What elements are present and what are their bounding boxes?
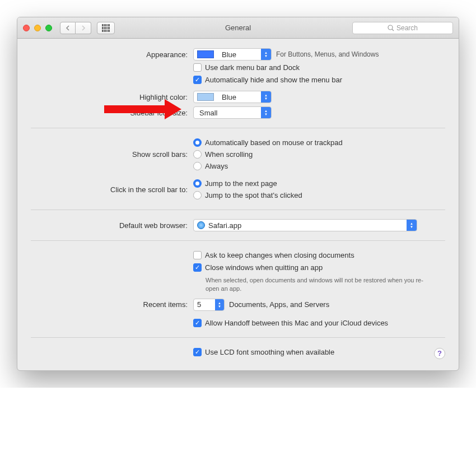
auto-hide-menu-label: Automatically hide and show the menu bar bbox=[205, 76, 342, 84]
highlight-label: Highlight color: bbox=[31, 93, 193, 101]
browser-select[interactable]: Safari.app ▲▼ bbox=[193, 219, 417, 231]
chevron-right-icon bbox=[81, 25, 86, 31]
scrollbars-radio-when-scrolling[interactable]: When scrolling bbox=[193, 150, 343, 159]
updown-icon: ▲▼ bbox=[407, 220, 417, 231]
radio-icon bbox=[193, 191, 202, 199]
checkbox-icon: ✓ bbox=[193, 76, 202, 84]
minimize-window-button[interactable] bbox=[34, 25, 41, 31]
search-icon bbox=[388, 25, 394, 31]
highlight-value: Blue bbox=[217, 93, 261, 101]
sidebar-icon-select[interactable]: Small ▲▼ bbox=[193, 106, 272, 119]
radio-icon bbox=[193, 179, 202, 188]
auto-hide-menu-checkbox[interactable]: ✓ Automatically hide and show the menu b… bbox=[193, 76, 342, 84]
checkbox-icon: ✓ bbox=[193, 348, 202, 356]
show-all-button[interactable] bbox=[97, 22, 115, 34]
scroll-click-label: Click in the scroll bar to: bbox=[31, 185, 193, 194]
close-windows-note: When selected, open documents and window… bbox=[206, 276, 424, 293]
content-area: Appearance: Blue ▲▼ For Buttons, Menus, … bbox=[17, 39, 459, 370]
separator bbox=[31, 128, 445, 128]
radio-icon bbox=[193, 138, 202, 147]
highlight-select[interactable]: Blue ▲▼ bbox=[193, 91, 272, 103]
scrollbars-radio-auto[interactable]: Automatically based on mouse or trackpad bbox=[193, 138, 343, 147]
sidebar-icon-label: Sidebar icon size: bbox=[31, 109, 193, 117]
search-field[interactable]: Search bbox=[352, 22, 453, 34]
sidebar-icon-value: Small bbox=[195, 109, 261, 117]
updown-icon: ▲▼ bbox=[215, 299, 224, 310]
scroll-click-radio-next-page[interactable]: Jump to the next page bbox=[193, 179, 302, 188]
zoom-window-button[interactable] bbox=[45, 25, 52, 31]
checkbox-icon: ✓ bbox=[193, 319, 202, 327]
scrollbars-radio-always[interactable]: Always bbox=[193, 162, 343, 170]
radio-icon bbox=[193, 150, 202, 159]
separator bbox=[31, 240, 445, 241]
svg-line-1 bbox=[392, 29, 394, 31]
recent-items-select[interactable]: 5 ▲▼ bbox=[193, 299, 225, 311]
search-placeholder: Search bbox=[396, 24, 418, 32]
dark-menu-checkbox[interactable]: Use dark menu bar and Dock bbox=[193, 63, 300, 72]
appearance-hint: For Buttons, Menus, and Windows bbox=[276, 50, 379, 58]
close-windows-checkbox[interactable]: ✓ Close windows when quitting an app bbox=[193, 263, 424, 272]
checkbox-icon: ✓ bbox=[193, 263, 202, 272]
recent-label: Recent items: bbox=[31, 300, 193, 309]
updown-icon: ▲▼ bbox=[261, 91, 271, 103]
window-controls bbox=[23, 25, 52, 31]
recent-value: 5 bbox=[194, 300, 215, 309]
appearance-value: Blue bbox=[217, 50, 261, 59]
titlebar: General Search bbox=[17, 17, 459, 39]
back-button[interactable] bbox=[60, 22, 76, 34]
separator bbox=[31, 337, 445, 338]
grid-icon bbox=[102, 24, 110, 32]
scrollbars-label: Show scroll bars: bbox=[31, 150, 193, 159]
recent-suffix: Documents, Apps, and Servers bbox=[229, 300, 329, 309]
highlight-swatch bbox=[197, 93, 214, 101]
forward-button[interactable] bbox=[76, 22, 91, 34]
lcd-smoothing-checkbox[interactable]: ✓ Use LCD font smoothing when available bbox=[193, 348, 334, 356]
help-button[interactable]: ? bbox=[434, 348, 445, 359]
appearance-swatch bbox=[197, 50, 214, 58]
updown-icon: ▲▼ bbox=[261, 107, 271, 118]
safari-icon bbox=[197, 221, 205, 229]
appearance-label: Appearance: bbox=[31, 50, 193, 59]
browser-value: Safari.app bbox=[208, 221, 407, 230]
separator bbox=[31, 210, 445, 210]
nav-buttons bbox=[60, 22, 91, 34]
checkbox-icon bbox=[193, 251, 202, 259]
updown-icon: ▲▼ bbox=[261, 49, 271, 60]
radio-icon bbox=[193, 162, 202, 170]
appearance-select[interactable]: Blue ▲▼ bbox=[193, 48, 272, 61]
handoff-checkbox[interactable]: ✓ Allow Handoff between this Mac and you… bbox=[193, 319, 388, 327]
preferences-window: General Search Appearance: Blue ▲▼ For B… bbox=[17, 17, 459, 371]
scroll-click-radio-spot[interactable]: Jump to the spot that's clicked bbox=[193, 191, 302, 199]
dark-menu-label: Use dark menu bar and Dock bbox=[205, 63, 300, 72]
ask-keep-checkbox[interactable]: Ask to keep changes when closing documen… bbox=[193, 251, 354, 259]
checkbox-icon bbox=[193, 63, 202, 72]
browser-label: Default web browser: bbox=[31, 221, 193, 230]
close-window-button[interactable] bbox=[23, 25, 30, 31]
svg-point-0 bbox=[388, 25, 393, 30]
chevron-left-icon bbox=[66, 25, 70, 31]
